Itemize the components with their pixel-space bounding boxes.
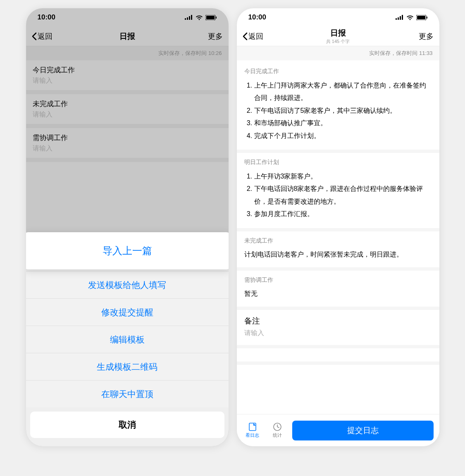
section-title: 需协调工作 [244,276,432,284]
action-send-template[interactable]: 发送模板给他人填写 [26,271,229,298]
list-item: 上午拜访3家新客户。 [254,170,432,183]
signal-icon [396,15,404,20]
action-import-previous[interactable]: 导入上一篇 [26,232,229,269]
status-icons [396,15,428,20]
nav-bar: 返回 日报 共 145 个字 更多 [237,26,439,46]
view-log-button[interactable]: 看日志 [243,422,262,438]
placeholder: 请输入 [244,329,432,338]
section-coord: 需协调工作 暂无 [237,271,439,310]
section-text: 计划电话回访老客户，时间紧张暂未完成，明日跟进。 [244,249,432,260]
tomorrow-list: 上午拜访3家新客户。 下午电话回访8家老客户，跟进在合作过程中的服务体验评价，是… [244,170,432,221]
section-tomorrow: 明日工作计划 上午拜访3家新客户。 下午电话回访8家老客户，跟进在合作过程中的服… [237,153,439,231]
status-bar: 10:00 [237,8,439,26]
save-hint: 实时保存，保存时间 11:33 [237,46,439,60]
svg-rect-12 [417,16,425,19]
section-more [237,348,439,365]
nav-title-wrap: 日报 共 145 个字 [326,28,350,45]
wifi-icon [406,15,414,20]
clock-icon [273,422,282,431]
action-template-qr[interactable]: 生成模板二维码 [26,353,229,380]
action-pin-chat[interactable]: 在聊天中置顶 [26,380,229,407]
list-item: 下午电话回访8家老客户，跟进在合作过程中的服务体验评价，是否有需要改进的地方。 [254,183,432,208]
phone-left: 10:00 返回 日报 更多 实时保存，保存时间 10:26 今日完成工作 请输… [26,8,229,446]
more-button[interactable]: 更多 [419,31,434,41]
back-label: 返回 [248,31,263,41]
battery-icon [416,15,428,20]
page-subtitle: 共 145 个字 [326,38,350,45]
svg-rect-14 [249,423,256,431]
section-title: 今日完成工作 [244,68,432,75]
section-title: 未完成工作 [244,237,432,245]
section-title: 明日工作计划 [244,159,432,166]
list-item: 上午上门拜访两家大客户，都确认了合作意向，在准备签约合同，持续跟进。 [254,79,432,105]
svg-rect-7 [396,18,397,20]
bar-label: 统计 [273,432,282,438]
list-item: 参加月度工作汇报。 [254,208,432,220]
status-time: 10:00 [248,13,266,21]
page-title: 日报 [326,28,350,38]
svg-rect-8 [398,17,399,20]
chevron-left-icon [243,32,248,40]
svg-rect-13 [427,17,427,19]
list-item: 和市场部确认推广事宜。 [254,117,432,129]
action-edit-template[interactable]: 编辑模板 [26,326,229,353]
section-today: 今日完成工作 上午上门拜访两家大客户，都确认了合作意向，在准备签约合同，持续跟进… [237,62,439,153]
list-item: 完成下个月工作计划。 [254,130,432,142]
action-sheet-overlay[interactable]: 导入上一篇 发送模板给他人填写 修改提交提醒 编辑模板 生成模板二维码 在聊天中… [26,8,229,446]
stats-button[interactable]: 统计 [267,422,287,438]
bottom-bar: 看日志 统计 提交日志 [237,414,439,446]
section-text: 暂无 [244,288,432,299]
svg-rect-9 [400,16,401,20]
content-scroll[interactable]: 今日完成工作 上午上门拜访两家大客户，都确认了合作意向，在准备签约合同，持续跟进… [237,62,439,414]
list-item: 下午电话回访了5家老客户，其中三家确认续约。 [254,105,432,117]
cancel-button[interactable]: 取消 [30,412,224,438]
today-list: 上午上门拜访两家大客户，都确认了合作意向，在准备签约合同，持续跟进。 下午电话回… [244,79,432,142]
submit-button[interactable]: 提交日志 [292,421,434,440]
action-modify-reminder[interactable]: 修改提交提醒 [26,298,229,326]
action-sheet: 导入上一篇 发送模板给他人填写 修改提交提醒 编辑模板 生成模板二维码 在聊天中… [26,236,229,446]
phone-right: 10:00 返回 日报 共 145 个字 更多 实时保存，保存时间 11:33 … [237,8,439,446]
log-icon [248,422,257,431]
section-remark[interactable]: 备注 请输入 [237,310,439,348]
remark-title: 备注 [244,316,432,326]
section-incomplete: 未完成工作 计划电话回访老客户，时间紧张暂未完成，明日跟进。 [237,231,439,271]
bar-label: 看日志 [246,432,259,438]
back-button[interactable]: 返回 [243,31,263,41]
svg-rect-10 [402,15,403,20]
